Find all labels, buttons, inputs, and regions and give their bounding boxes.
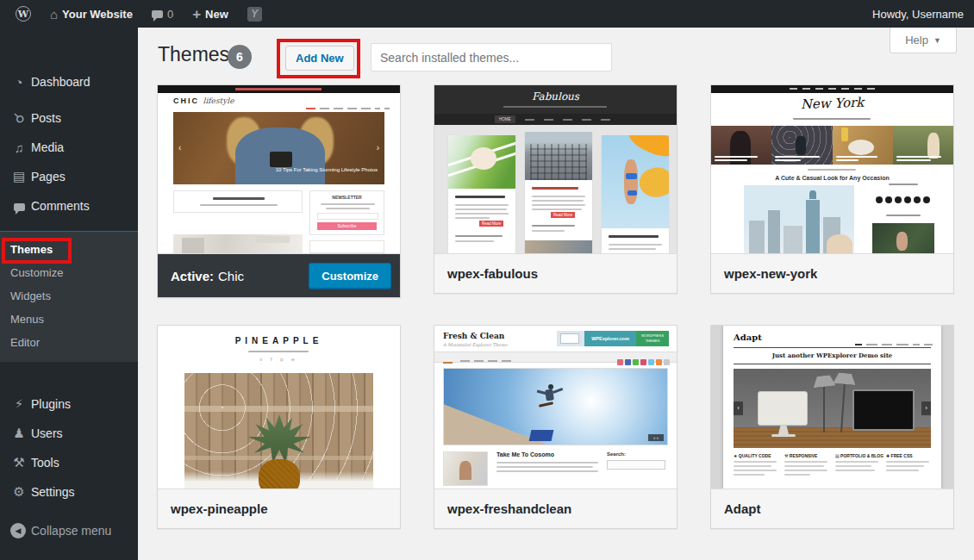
pineapple-body — [259, 459, 300, 488]
chic-hero-image: ‹ › 10 Tips For Taking Stunning Lifestyl… — [173, 112, 384, 184]
help-label: Help — [905, 34, 928, 47]
admin-sidebar: ◔Dashboard ⚲Posts ♫Media ▤Pages Comments… — [0, 28, 138, 560]
customize-button[interactable]: Customize — [309, 263, 391, 289]
theme-name-bar: wpex-fabulous — [434, 253, 677, 293]
admin-bar: W ⌂ Your Website 0 + New Y Howdy, Userna… — [0, 0, 974, 28]
fc-ad-banner: WPExplorer.com WORDPRESSTHEMES — [557, 331, 669, 346]
pages-icon: ▤ — [10, 169, 28, 184]
carousel-prev-icon: ‹ — [178, 143, 181, 152]
sidebar-item-settings[interactable]: ⚙Settings — [0, 477, 138, 507]
theme-card-adapt[interactable]: Adapt Just another WPExplorer Demo site … — [710, 325, 954, 529]
sidebar-item-media[interactable]: ♫Media — [0, 133, 138, 162]
submenu-item-themes[interactable]: Themes — [0, 238, 138, 261]
pineapple-social-icons: v f p e — [158, 357, 400, 362]
theme-name-bar: wpex-pineapple — [158, 488, 400, 528]
active-prefix: Active: — [171, 269, 214, 283]
pineapple-photo — [184, 373, 373, 488]
fc-skater-photo: ‹ › — [443, 368, 668, 445]
theme-name-bar: wpex-new-york — [711, 253, 953, 293]
help-dropdown[interactable]: Help ▼ — [890, 28, 957, 53]
theme-card-chic[interactable]: CHIC lifestyle ‹ › 10 Tips For Taking St… — [157, 84, 401, 298]
theme-preview-adapt: Adapt Just another WPExplorer Demo site … — [711, 326, 953, 488]
comments-admin-bar[interactable]: 0 — [145, 0, 180, 28]
search-input[interactable] — [371, 43, 612, 72]
add-new-button[interactable]: Add New — [285, 46, 354, 71]
chevron-down-icon: ▼ — [933, 36, 941, 45]
submenu-item-menus[interactable]: Menus — [0, 308, 138, 331]
comment-count: 0 — [167, 8, 173, 21]
theme-preview-pineapple: PINEAPPLE v f p e — [158, 326, 400, 488]
ny-photo-4 — [893, 126, 953, 165]
sidebar-item-dashboard[interactable]: ◔Dashboard — [0, 67, 138, 96]
theme-card-wpex-freshandclean[interactable]: Fresh & Clean A Minimalist Explorer Them… — [434, 325, 677, 529]
ny-photo-2 — [771, 126, 832, 165]
chic-newsletter-box: NEWSLETTER Subscribe — [309, 190, 384, 235]
theme-count-badge: 6 — [228, 45, 252, 69]
yoast-icon: Y — [247, 7, 262, 22]
theme-name-bar: Adapt — [711, 488, 953, 528]
comments-icon — [10, 199, 28, 214]
sidebar-item-tools[interactable]: ⚒Tools — [0, 448, 138, 477]
submenu-item-customize[interactable]: Customize — [0, 261, 138, 284]
plug-icon: ⚡ — [10, 396, 28, 412]
media-icon: ♫ — [10, 140, 28, 155]
fabulous-photo-hammock — [448, 135, 515, 189]
fabulous-photo-beach — [602, 135, 669, 228]
theme-preview-new-york: New York A Cute & Casual Look — [711, 85, 953, 253]
plus-icon: + — [192, 7, 201, 22]
sidebar-item-plugins[interactable]: ⚡Plugins — [0, 389, 138, 419]
submenu-item-editor[interactable]: Editor — [0, 331, 138, 354]
comment-bubble-icon — [152, 10, 163, 18]
user-icon: ♟ — [10, 426, 28, 441]
collapse-arrow-icon: ◀ — [10, 523, 26, 538]
theme-preview-freshandclean: Fresh & Clean A Minimalist Explorer Them… — [434, 326, 677, 488]
pin-icon: ⚲ — [8, 107, 31, 130]
sidebar-item-comments[interactable]: Comments — [0, 191, 138, 221]
home-icon: ⌂ — [50, 7, 58, 22]
yoast-menu[interactable]: Y — [240, 0, 269, 28]
new-content-menu[interactable]: + New — [185, 0, 235, 28]
theme-card-wpex-new-york[interactable]: New York A Cute & Casual Look — [710, 84, 954, 294]
wrench-icon: ⚒ — [10, 455, 28, 470]
theme-preview-fabulous: Fabulous HOME Read Mo — [434, 85, 677, 253]
wordpress-logo-icon: W — [16, 6, 31, 22]
adapt-nav — [851, 336, 933, 352]
dashboard-icon: ◔ — [10, 75, 28, 90]
fc-carousel-arrows: ‹ › — [648, 434, 664, 441]
ny-social-icons — [866, 191, 940, 207]
howdy-label: Howdy, Username — [872, 8, 964, 21]
carousel-next-icon: › — [377, 143, 379, 152]
active-theme-name: Chic — [218, 269, 244, 283]
site-name-label: Your Website — [62, 8, 133, 21]
active-theme-bar: Active: Chic Customize — [158, 253, 400, 297]
wordpress-logo-menu[interactable]: W — [9, 0, 38, 28]
fc-post-thumb — [443, 451, 488, 486]
howdy-account-menu[interactable]: Howdy, Username — [872, 0, 964, 28]
sidebar-item-posts[interactable]: ⚲Posts — [0, 103, 138, 133]
theme-name-bar: wpex-freshandclean — [434, 488, 677, 528]
theme-preview-chic: CHIC lifestyle ‹ › 10 Tips For Taking St… — [158, 85, 400, 253]
ny-city-photo — [744, 185, 854, 253]
sidebar-item-users[interactable]: ♟Users — [0, 419, 138, 448]
ny-about-photo — [872, 223, 934, 253]
adapt-desk-photo: ‹ › — [734, 369, 931, 448]
ny-photo-3 — [833, 126, 893, 165]
ny-photo-1 — [711, 126, 771, 165]
new-label: New — [205, 8, 228, 21]
fabulous-photo-building — [525, 132, 592, 180]
fc-search-input — [607, 460, 665, 470]
ny-sidebar — [866, 184, 940, 253]
collapse-menu-button[interactable]: ◀Collapse menu — [0, 516, 138, 545]
adapt-next-icon: › — [921, 401, 931, 415]
site-name-menu[interactable]: ⌂ Your Website — [43, 0, 140, 28]
sliders-icon: ⚙ — [10, 484, 28, 500]
theme-card-wpex-fabulous[interactable]: Fabulous HOME Read Mo — [434, 84, 677, 294]
adapt-prev-icon: ‹ — [734, 401, 743, 415]
page-title: Themes — [158, 43, 229, 66]
submenu-item-widgets[interactable]: Widgets — [0, 284, 138, 308]
theme-card-wpex-pineapple[interactable]: PINEAPPLE v f p e wpex-pineapple — [157, 325, 401, 529]
chic-subscribe-button: Subscribe — [317, 222, 377, 230]
appearance-submenu: Themes Customize Widgets Menus Editor — [0, 232, 138, 362]
sidebar-item-pages[interactable]: ▤Pages — [0, 162, 138, 191]
